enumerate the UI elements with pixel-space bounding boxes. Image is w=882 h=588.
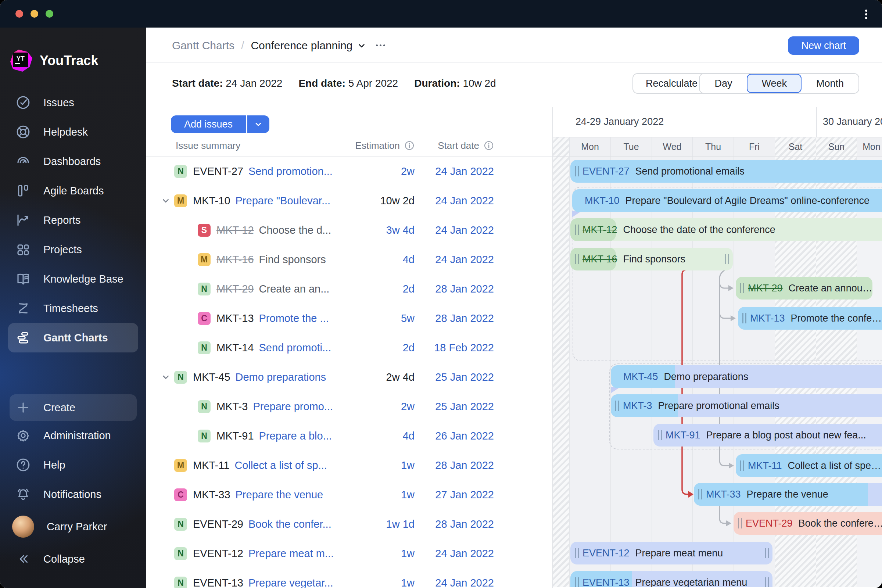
table-row[interactable]: C MKT-33 Prepare the venue 1w 27 Jan 202…	[146, 480, 552, 509]
gantt-bar-event-13[interactable]: EVENT-13 Prepare vegetarian menu	[570, 571, 772, 587]
more-options-icon[interactable]	[376, 45, 385, 46]
sidebar-item-timesheets[interactable]: Timesheets	[0, 294, 146, 323]
estimation-value[interactable]: 1w	[359, 459, 414, 471]
table-row[interactable]: M MKT-11 Collect a list of sp... 1w 28 J…	[146, 450, 552, 480]
table-row[interactable]: N EVENT-29 Book the confer... 1w 1d 28 J…	[146, 509, 552, 539]
estimation-value[interactable]: 2d	[359, 283, 414, 295]
sidebar-item-help[interactable]: Help	[0, 450, 146, 480]
zoom-window-button[interactable]	[46, 10, 53, 18]
estimation-value[interactable]: 2w	[359, 165, 414, 177]
table-row[interactable]: M MKT-10 Prepare "Boulevar... 10w 2d 24 …	[146, 186, 552, 215]
bar-resize-handle[interactable]	[765, 548, 769, 558]
issue-summary-link[interactable]: Collect a list of sp...	[234, 459, 327, 471]
issue-summary-link[interactable]: Choose the d...	[259, 224, 332, 236]
create-button[interactable]: Create	[9, 394, 137, 421]
gantt-bar-mkt-16[interactable]: MKT-16 Find sponsors	[570, 248, 733, 270]
info-icon[interactable]	[484, 140, 494, 151]
table-row[interactable]: N EVENT-27 Send promotion... 2w 24 Jan 2…	[146, 156, 552, 186]
gantt-bar-mkt-13[interactable]: MKT-13 Promote the conference	[738, 307, 882, 330]
add-issues-dropdown-button[interactable]	[248, 116, 269, 133]
issue-summary-link[interactable]: Prepare vegetar...	[248, 577, 333, 588]
table-row[interactable]: N MKT-29 Create an an... 2d 28 Jan 2022	[146, 274, 552, 303]
sidebar-item-helpdesk[interactable]: Helpdesk	[0, 117, 146, 147]
view-day-tab[interactable]: Day	[700, 74, 747, 93]
bar-resize-handle[interactable]	[742, 313, 746, 323]
estimation-value[interactable]: 4d	[359, 430, 414, 442]
issue-summary-link[interactable]: Find sponsors	[259, 254, 326, 266]
sidebar-item-administration[interactable]: Administration	[0, 421, 146, 450]
table-row[interactable]: N MKT-14 Send promoti... 2d 18 Feb 2022	[146, 333, 552, 362]
bar-resize-handle[interactable]	[615, 400, 619, 411]
estimation-value[interactable]: 4d	[359, 254, 414, 266]
bar-resize-handle[interactable]	[575, 578, 579, 587]
sidebar-item-notifications[interactable]: Notifications	[0, 480, 146, 509]
table-row[interactable]: M MKT-16 Find sponsors 4d 24 Jan 2022	[146, 245, 552, 274]
bar-resize-handle[interactable]	[575, 548, 579, 558]
start-date-value[interactable]: 27 Jan 2022	[414, 489, 494, 501]
start-date-value[interactable]: 24 Jan 2022	[414, 165, 494, 177]
gantt-bar-mkt-29[interactable]: MKT-29 Create an announ...	[736, 277, 873, 300]
gantt-bar-mkt-3[interactable]: MKT-3 Prepare promotional emails	[611, 394, 882, 417]
table-row[interactable]: C MKT-13 Promote the ... 5w 28 Jan 2022	[146, 303, 552, 333]
sidebar-item-collapse[interactable]: Collapse	[0, 544, 146, 574]
new-chart-button[interactable]: New chart	[788, 36, 859, 55]
bar-resize-handle[interactable]	[740, 283, 744, 293]
start-date-value[interactable]: 24 Jan 2022	[414, 577, 494, 588]
start-date-value[interactable]: 26 Jan 2022	[414, 430, 494, 442]
bar-resize-handle[interactable]	[658, 430, 662, 440]
issue-summary-link[interactable]: Prepare the venue	[236, 489, 323, 501]
browser-menu-icon[interactable]	[861, 8, 872, 21]
start-date-value[interactable]: 25 Jan 2022	[414, 371, 494, 383]
issue-summary-link[interactable]: Promote the ...	[259, 312, 329, 324]
estimation-value[interactable]: 2w 4d	[359, 371, 414, 383]
estimation-value[interactable]: 1w	[359, 489, 414, 501]
estimation-value[interactable]: 1w 1d	[359, 518, 414, 530]
issue-summary-link[interactable]: Demo preparations	[236, 371, 326, 383]
bar-resize-handle[interactable]	[698, 489, 702, 500]
start-date-value[interactable]: 24 Jan 2022	[414, 224, 494, 236]
estimation-value[interactable]: 5w	[359, 312, 414, 324]
gantt-bar-mkt-45[interactable]: MKT-45 Demo preparations	[611, 365, 882, 388]
issue-summary-link[interactable]: Prepare a blo...	[259, 430, 332, 442]
issue-summary-link[interactable]: Send promoti...	[259, 342, 332, 354]
sidebar-item-issues[interactable]: Issues	[0, 88, 146, 117]
estimation-value[interactable]: 10w 2d	[359, 195, 414, 207]
issue-summary-link[interactable]: Send promotion...	[248, 165, 333, 177]
gantt-bar-mkt-12[interactable]: MKT-12 Choose the date of the conference	[570, 218, 882, 241]
issue-summary-link[interactable]: Prepare meat m...	[248, 548, 334, 560]
sidebar-item-gantt-charts[interactable]: Gantt Charts	[8, 323, 138, 352]
start-date-value[interactable]: 28 Jan 2022	[414, 312, 494, 324]
estimation-value[interactable]: 1w	[359, 577, 414, 588]
breadcrumb-gantt-charts[interactable]: Gantt Charts	[172, 39, 234, 52]
estimation-value[interactable]: 2w	[359, 400, 414, 413]
table-row[interactable]: N MKT-45 Demo preparations 2w 4d 25 Jan …	[146, 362, 552, 392]
gantt-bar-mkt-91[interactable]: MKT-91 Prepare a blog post about new fea…	[653, 424, 882, 447]
start-date-value[interactable]: 28 Jan 2022	[414, 459, 494, 471]
sidebar-item-reports[interactable]: Reports	[0, 206, 146, 235]
start-date-value[interactable]: 24 Jan 2022	[414, 548, 494, 560]
chart-title-dropdown[interactable]: Conference planning	[250, 39, 366, 52]
start-date-value[interactable]: 18 Feb 2022	[414, 342, 494, 354]
table-row[interactable]: N MKT-3 Prepare promo... 2w 25 Jan 2022	[146, 392, 552, 421]
start-date-value[interactable]: 28 Jan 2022	[414, 518, 494, 530]
table-row[interactable]: N EVENT-13 Prepare vegetar... 1w 24 Jan …	[146, 568, 552, 588]
add-issues-button[interactable]: Add issues	[171, 116, 246, 133]
bar-resize-handle[interactable]	[575, 225, 579, 235]
start-date-value[interactable]: 24 Jan 2022	[414, 254, 494, 266]
collapse-row-icon[interactable]	[161, 196, 171, 206]
estimation-value[interactable]: 1w	[359, 548, 414, 560]
table-row[interactable]: N MKT-91 Prepare a blo... 4d 26 Jan 2022	[146, 421, 552, 450]
issue-summary-link[interactable]: Prepare "Boulevar...	[236, 195, 331, 207]
gantt-bar-mkt-11[interactable]: MKT-11 Collect a list of speakers	[736, 454, 882, 477]
sidebar-item-profile[interactable]: Carry Parker	[0, 509, 146, 544]
issue-summary-link[interactable]: Book the confer...	[248, 518, 332, 530]
start-date-value[interactable]: 25 Jan 2022	[414, 400, 494, 413]
gantt-bar-mkt-10[interactable]: MKT-10 Prepare "Boulevard of Agile Dream…	[572, 189, 882, 212]
bar-resize-handle[interactable]	[725, 254, 729, 264]
issue-summary-link[interactable]: Prepare promo...	[253, 400, 333, 413]
sidebar-item-agile-boards[interactable]: Agile Boards	[0, 176, 146, 206]
view-week-tab[interactable]: Week	[747, 74, 801, 93]
sidebar-item-dashboards[interactable]: Dashboards	[0, 147, 146, 176]
info-icon[interactable]	[404, 140, 414, 151]
gantt-bar-event-29[interactable]: EVENT-29 Book the conference	[734, 512, 882, 535]
